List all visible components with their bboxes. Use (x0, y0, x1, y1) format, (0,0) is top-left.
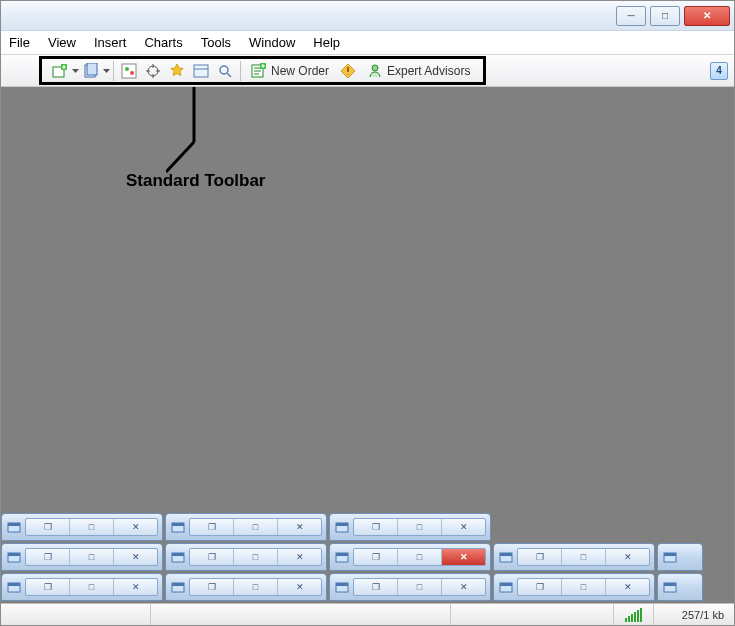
restore-button[interactable]: ❐ (518, 579, 562, 595)
child-window-controls: ❐□✕ (25, 578, 158, 596)
menu-help[interactable]: Help (313, 35, 340, 50)
close-button[interactable]: ✕ (114, 519, 157, 535)
chart-window-icon (334, 549, 350, 565)
menu-file[interactable]: File (9, 35, 30, 50)
minimized-child-window[interactable]: ❐□✕ (329, 513, 491, 541)
close-button[interactable]: ✕ (606, 579, 649, 595)
close-button[interactable]: ✕ (606, 549, 649, 565)
restore-button[interactable]: ❐ (354, 579, 398, 595)
restore-button[interactable]: ❐ (190, 549, 234, 565)
minimized-child-window[interactable]: ❐□✕ (165, 513, 327, 541)
navigator-button[interactable] (142, 60, 164, 82)
child-window-controls: ❐□✕ (353, 548, 486, 566)
chart-window-icon (662, 549, 678, 565)
profiles-dropdown[interactable] (103, 69, 110, 73)
maximize-button[interactable]: □ (398, 519, 442, 535)
menu-window[interactable]: Window (249, 35, 295, 50)
close-button[interactable]: ✕ (278, 519, 321, 535)
maximize-button[interactable]: □ (70, 519, 114, 535)
new-order-icon (251, 63, 267, 79)
restore-button[interactable]: ❐ (190, 519, 234, 535)
svg-point-6 (130, 71, 134, 75)
menu-view[interactable]: View (48, 35, 76, 50)
restore-button[interactable]: ❐ (26, 549, 70, 565)
menu-insert[interactable]: Insert (94, 35, 127, 50)
svg-rect-32 (8, 583, 20, 586)
menu-charts[interactable]: Charts (144, 35, 182, 50)
minimized-child-window-truncated[interactable] (657, 573, 703, 601)
minimized-child-window[interactable]: ❐□✕ (165, 543, 327, 571)
status-cell-1 (1, 604, 151, 625)
expert-advisors-icon (367, 63, 383, 79)
minimized-child-window[interactable]: ❐□✕ (1, 573, 163, 601)
svg-rect-34 (172, 583, 184, 586)
notifier-badge[interactable]: 4 (710, 62, 728, 80)
restore-button[interactable]: ❐ (26, 519, 70, 535)
star-icon (169, 63, 185, 79)
minimized-child-window[interactable]: ❐□✕ (1, 513, 163, 541)
svg-point-5 (125, 67, 129, 71)
svg-rect-20 (336, 523, 348, 526)
restore-button[interactable]: ❐ (354, 519, 398, 535)
new-order-label: New Order (271, 64, 329, 78)
svg-rect-26 (336, 553, 348, 556)
maximize-button[interactable]: □ (70, 579, 114, 595)
new-chart-button[interactable] (49, 60, 71, 82)
close-button[interactable]: ✕ (114, 579, 157, 595)
close-button[interactable]: ✕ (442, 519, 485, 535)
close-button[interactable]: ✕ (684, 6, 730, 26)
restore-button[interactable]: ❐ (190, 579, 234, 595)
close-button[interactable]: ✕ (114, 549, 157, 565)
restore-button[interactable]: ❐ (518, 549, 562, 565)
close-button[interactable]: ✕ (442, 549, 485, 565)
minimized-child-window[interactable]: ❐□✕ (1, 543, 163, 571)
svg-rect-40 (664, 583, 676, 586)
close-button[interactable]: ✕ (278, 549, 321, 565)
child-window-controls: ❐□✕ (189, 578, 322, 596)
new-order-button[interactable]: New Order (245, 60, 335, 82)
terminal-button[interactable] (190, 60, 212, 82)
minimized-child-window[interactable]: ❐□✕ (329, 543, 491, 571)
minimized-child-window-truncated[interactable] (657, 543, 703, 571)
profiles-button[interactable] (80, 60, 102, 82)
maximize-button[interactable]: □ (234, 519, 278, 535)
new-chart-dropdown[interactable] (72, 69, 79, 73)
maximize-button[interactable]: □ (562, 549, 606, 565)
close-button[interactable]: ✕ (278, 579, 321, 595)
market-watch-button[interactable] (118, 60, 140, 82)
restore-button[interactable]: ❐ (354, 549, 398, 565)
meta-editor-button[interactable] (337, 60, 359, 82)
restore-button[interactable]: ❐ (26, 579, 70, 595)
maximize-button[interactable]: □ (398, 579, 442, 595)
close-button[interactable]: ✕ (442, 579, 485, 595)
strategy-tester-button[interactable] (214, 60, 236, 82)
minimized-child-window[interactable]: ❐□✕ (329, 573, 491, 601)
terminal-icon (193, 63, 209, 79)
expert-advisors-button[interactable]: Expert Advisors (361, 60, 476, 82)
minimize-button[interactable]: ─ (616, 6, 646, 26)
signal-bars-icon (625, 608, 642, 622)
minimized-child-window[interactable]: ❐□✕ (493, 573, 655, 601)
svg-point-12 (372, 65, 378, 71)
separator (113, 61, 114, 81)
status-cell-2 (151, 604, 451, 625)
mdi-workspace: Standard Toolbar ❐□✕❐□✕❐□✕❐□✕❐□✕❐□✕❐□✕❐□… (1, 87, 734, 603)
maximize-button[interactable]: □ (562, 579, 606, 595)
child-window-controls: ❐□✕ (353, 518, 486, 536)
maximize-button[interactable]: □ (70, 549, 114, 565)
maximize-button[interactable]: □ (398, 549, 442, 565)
minimized-child-window[interactable]: ❐□✕ (165, 573, 327, 601)
minimized-windows-area: ❐□✕❐□✕❐□✕❐□✕❐□✕❐□✕❐□✕❐□✕❐□✕❐□✕❐□✕ (1, 513, 734, 603)
maximize-button[interactable]: □ (234, 549, 278, 565)
minimized-child-window[interactable]: ❐□✕ (493, 543, 655, 571)
maximize-button[interactable]: □ (650, 6, 680, 26)
svg-rect-24 (172, 553, 184, 556)
maximize-button[interactable]: □ (234, 579, 278, 595)
connection-indicator[interactable] (614, 604, 654, 625)
svg-rect-30 (664, 553, 676, 556)
menu-tools[interactable]: Tools (201, 35, 231, 50)
data-window-button[interactable] (166, 60, 188, 82)
crosshair-icon (145, 63, 161, 79)
expert-advisors-label: Expert Advisors (387, 64, 470, 78)
svg-rect-18 (172, 523, 184, 526)
